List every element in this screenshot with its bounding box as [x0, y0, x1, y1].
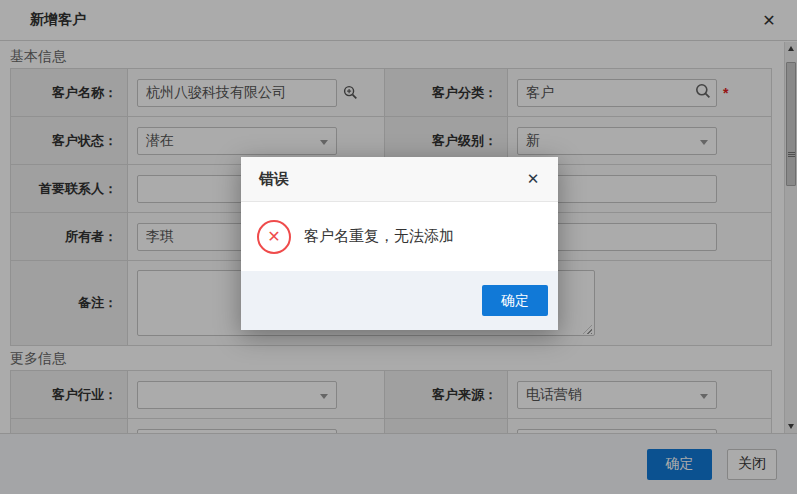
error-circle-x-icon: ✕ [257, 220, 291, 254]
error-modal: 错误 ✕ ✕ 客户名重复，无法添加 确定 [241, 157, 558, 330]
error-message: 客户名重复，无法添加 [304, 227, 454, 246]
error-modal-footer: 确定 [241, 271, 558, 330]
error-modal-body: ✕ 客户名重复，无法添加 [241, 202, 558, 271]
error-modal-close-icon[interactable]: ✕ [523, 170, 543, 188]
error-ok-button[interactable]: 确定 [482, 285, 548, 316]
error-modal-title: 错误 [259, 170, 289, 189]
error-modal-header: 错误 ✕ [241, 157, 558, 202]
